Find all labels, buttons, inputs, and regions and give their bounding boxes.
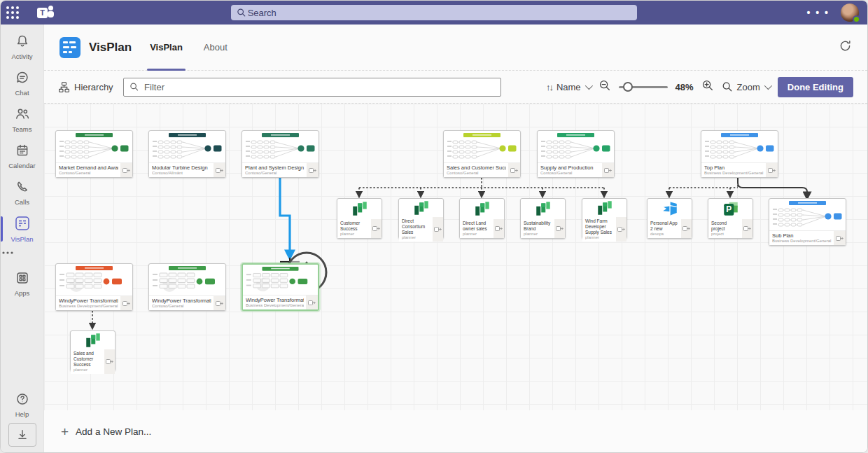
card-badge-icon [493,219,504,238]
calendar-icon [15,144,29,160]
sidebar-item-label: Activity [11,53,32,60]
plan-subtitle: Contoso/General [540,171,600,175]
plan-card[interactable]: Top PlanBusiness Development/General [701,130,778,178]
card-badge-icon [214,163,225,177]
app-subtitle: planner [74,368,102,372]
app-subtitle: planner [340,232,369,236]
app-name: Second project [711,221,740,232]
done-editing-button[interactable]: Done Editing [778,77,853,97]
app-card[interactable]: Sustainability Brandplanner [520,198,566,239]
sidebar-item-label: Calls [15,198,29,206]
planner-icon [71,331,115,349]
refresh-button[interactable] [839,39,852,55]
plan-subtitle: Business Development/General [246,303,304,307]
plan-subtitle: Business Development/General [59,304,118,308]
plan-card[interactable]: Modular Turbine DesignContoso/Allmänt [148,130,226,178]
apps-icon [15,271,29,288]
card-badge-icon [120,163,132,177]
sort-dropdown[interactable]: ↑↓ Name [546,82,591,92]
tab-visplan[interactable]: VisPlan [150,25,183,71]
plan-subtitle: Contoso/General [152,304,211,308]
chevron-down-icon [584,82,592,90]
chat-icon [15,71,29,88]
plan-hierarchy-canvas[interactable]: Market Demand and AwarenessContoso/Gener… [44,104,867,410]
app-card[interactable]: Customer Successplanner [337,198,382,239]
app-card[interactable]: Wind Farm Developer Supply Salesplanner [582,198,627,239]
app-subtitle: planner [585,235,614,239]
card-badge-icon [306,295,318,309]
zoom-in-button[interactable] [701,79,714,95]
plan-card[interactable]: WindyPower TransformationBusiness Develo… [55,263,133,311]
visplan-app-icon [59,37,80,58]
hierarchy-view-button[interactable]: Hierarchy [58,81,113,93]
plan-label: WindyPower TransformationBusiness Develo… [243,295,318,309]
plan-card[interactable]: Market Demand and AwarenessContoso/Gener… [55,130,133,178]
app-card[interactable]: Personal App 2 newdevops [647,198,692,239]
plus-icon: + [61,425,69,438]
planner-icon [460,199,504,219]
app-card[interactable]: Sales and Customer Successplanner [70,330,115,371]
planner-icon [582,199,626,217]
zoom-out-button[interactable] [598,79,611,95]
plan-card[interactable]: Plant and System DesignContoso/General [241,130,319,178]
sidebar-item-calls[interactable]: Calls [1,174,44,211]
sidebar-item-calendar[interactable]: Calendar [1,138,44,174]
app-card[interactable]: Direct Land owner salesplanner [459,198,505,239]
plan-label: Supply and ProductionContoso/General [538,162,614,177]
filter-field[interactable] [123,78,501,97]
add-new-plan-button[interactable]: + Add a New Plan... [61,425,151,438]
sort-arrows-icon: ↑↓ [546,82,552,92]
plan-card[interactable]: Sales and Customer SuccessContoso/Genera… [443,130,521,178]
sidebar-item-chat[interactable]: Chat [1,65,44,102]
sidebar-item-activity[interactable]: Activity [1,29,44,65]
planner-icon [521,199,565,219]
plan-card[interactable]: Supply and ProductionContoso/General [537,130,615,178]
plan-subtitle: Business Development/General [772,239,832,243]
search-input[interactable] [246,7,631,19]
plan-card[interactable]: Sub PlanBusiness Development/General [769,198,846,246]
plan-label: Sub PlanBusiness Development/General [769,230,846,245]
sidebar-item-help[interactable]: Help [1,386,44,423]
search-bar[interactable] [231,5,637,20]
plan-card[interactable]: WindyPower TransformationContoso/General [148,263,226,311]
filter-search-icon [130,82,139,92]
plan-subtitle: Contoso/Allmänt [152,171,211,175]
sidebar-more-apps[interactable] [1,247,44,265]
sidebar-item-visplan[interactable]: VisPlan [1,211,44,247]
zoom-in-icon [701,79,714,92]
zoom-slider[interactable] [619,82,668,92]
plan-thumbnail [149,131,225,162]
card-badge-icon [508,163,520,177]
sidebar-item-teams[interactable]: Teams [1,102,44,138]
card-badge-icon [554,219,565,238]
sidebar-item-label: Chat [15,89,29,97]
app-name: Wind Farm Developer Supply Sales [585,218,614,235]
app-launcher-waffle-icon[interactable] [1,1,24,25]
zoom-dropdown[interactable]: Zoom [722,81,770,92]
filter-input[interactable] [143,81,495,93]
sidebar-item-label: Teams [13,125,32,133]
sort-label: Name [556,82,581,92]
app-card[interactable]: PSecond projectproject [708,198,753,239]
plan-card[interactable]: WindyPower TransformationBusiness Develo… [241,263,319,311]
hierarchy-label: Hierarchy [74,82,113,92]
sidebar-item-apps[interactable]: Apps [1,265,44,302]
plan-name: Modular Turbine Design [152,165,211,171]
zoom-label: Zoom [737,82,760,92]
devops-icon [648,199,692,219]
plan-thumbnail [56,264,132,295]
app-name: Customer Success [340,221,369,232]
download-desktop-button[interactable] [8,423,36,447]
titlebar-more-options[interactable]: • • • [807,9,830,16]
app-card[interactable]: Direct Consortium Salesplanner [398,198,444,239]
waffle-dots [6,6,19,19]
user-avatar[interactable] [841,4,859,22]
teams-logo-icon: T [37,4,55,21]
sidebar-item-label: Calendar [8,162,36,169]
zoom-slider-knob[interactable] [623,82,633,92]
sidebar-item-label: Apps [15,289,30,297]
plan-label: WindyPower TransformationContoso/General [149,295,225,310]
project-icon: P [708,199,752,219]
plan-name: Sales and Customer Success [447,165,506,171]
tab-about[interactable]: About [204,25,227,71]
